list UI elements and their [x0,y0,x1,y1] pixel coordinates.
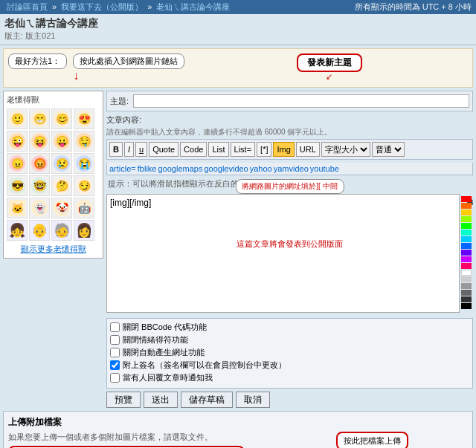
method1-label: 最好方法1： [8,53,67,69]
submit-button[interactable]: 送出 [144,392,178,408]
tag-youtube[interactable]: youtube [310,164,339,173]
disable-bbcode-checkbox[interactable] [110,322,120,332]
sticker-item[interactable]: 🤖 [74,198,94,218]
top-bar: 討論區首頁 » 我要送下去（公開版） » 老仙ㄟ講古論今講座 所有顯示的時間為 … [0,0,476,14]
paste-annotation: 將網路圖片的網址填於][ 中間 [235,179,344,194]
color-violet[interactable] [461,256,472,262]
sticker-item[interactable]: 😍 [74,108,94,129]
sticker-item[interactable]: 🤓 [29,175,50,196]
color-green[interactable] [461,223,472,229]
font-style-select[interactable]: 普通 [372,142,405,157]
color-orange[interactable] [461,203,472,209]
editor-textarea[interactable] [106,194,460,313]
subject-input[interactable] [133,94,469,108]
font-size-select[interactable]: 字型大小 [321,142,370,157]
action-buttons-row: 預覽 送出 儲存草稿 取消 [106,392,473,408]
sticker-item[interactable]: 😠 [7,153,28,174]
quote-button[interactable]: Quote [149,142,178,157]
disable-smileys-checkbox[interactable] [110,335,120,345]
tag-article[interactable]: article= [109,164,136,173]
sticker-item[interactable]: 😝 [29,131,50,152]
nav-current[interactable]: 老仙ㄟ講古論今講座 [156,2,230,11]
color-lime[interactable] [461,216,472,222]
color-charcoal[interactable] [461,296,472,302]
color-white[interactable] [461,270,472,276]
page-title: 老仙ㄟ講古論今講座 [4,17,98,30]
notify-row: 當有人回覆文章時通知我 [110,372,469,383]
tag-fblike[interactable]: fblike [138,164,157,173]
color-pink[interactable] [461,263,472,269]
sticker-item[interactable]: 😡 [29,153,50,174]
disable-auto-parse-label: 關閉自動產生網址功能 [123,347,205,358]
tag-yahoo[interactable]: yahoo [250,164,272,173]
tag-row: article= fblike googlemaps googlevideo y… [106,163,473,175]
preview-button[interactable]: 預覽 [106,392,141,408]
more-stickers-link[interactable]: 顯示更多老懷得獸 [7,244,100,255]
attach-sig-checkbox[interactable] [110,360,120,370]
disable-bbcode-label: 關閉 BBCode 代碼功能 [123,322,207,333]
sticker-item[interactable]: 🤡 [51,198,72,218]
sticker-item[interactable]: 🙂 [7,108,28,129]
list-item-button[interactable]: [*] [257,142,271,157]
color-skyblue[interactable] [461,236,472,242]
sticker-item[interactable]: 🐱 [7,198,28,218]
content-label: 文章內容: [106,114,473,126]
nav-home[interactable]: 討論區首頁 [7,2,48,11]
moderator-label: 版主: 版主021 [4,30,98,42]
sticker-item[interactable]: 🤔 [51,175,72,196]
sticker-panel-title: 老懷得獸 [7,94,100,105]
list-button[interactable]: List [208,142,228,157]
tag-googlevideo[interactable]: googlevideo [204,164,248,173]
sticker-item[interactable]: 😁 [29,108,50,129]
sticker-item[interactable]: 🧓 [51,220,72,241]
cancel-button[interactable]: 取消 [236,392,270,408]
italic-button[interactable]: I [124,142,134,157]
sticker-item[interactable]: 😏 [74,175,94,196]
sticker-item[interactable]: 😊 [51,108,72,129]
color-palette: 顯示文字色板 [461,194,473,309]
subject-label: 主題: [110,96,129,107]
sticker-item[interactable]: 😢 [51,153,72,174]
sticker-item[interactable]: 😜 [7,131,28,152]
color-lightgray[interactable] [461,276,472,282]
sticker-item[interactable]: 👩 [74,220,94,241]
editor-toolbar: B I u Quote Code List List= [*] Img URL … [106,139,473,160]
sticker-item[interactable]: 👧 [7,220,28,241]
upload-title: 上傳附加檔案 [8,416,468,429]
color-gray[interactable] [461,283,472,289]
disable-smileys-row: 關閉情緒得符功能 [110,334,469,345]
copy-paste-button[interactable]: 儲存草稿 [181,392,233,408]
disable-auto-parse-row: 關閉自動產生網址功能 [110,347,469,358]
bold-button[interactable]: B [109,142,123,157]
sticker-item[interactable]: 👴 [29,220,50,241]
tag-yamvideo[interactable]: yamvideo [274,164,309,173]
img-button[interactable]: Img [273,142,294,157]
code-button[interactable]: Code [180,142,207,157]
color-red[interactable] [461,196,472,202]
sticker-item[interactable]: 🤤 [74,131,94,152]
sticker-item[interactable]: 😎 [7,175,28,196]
sticker-item[interactable]: 😭 [74,153,94,174]
attach-sig-row: 附上簽名（簽名欄可以在會員控制台中更改） [110,360,469,371]
color-purple[interactable] [461,250,472,256]
tag-googlemaps[interactable]: googlemaps [158,164,202,173]
underline-button[interactable]: u [135,142,147,157]
color-darkgray[interactable] [461,290,472,296]
upload-hint-annotation: 按此把檔案上傳 [336,432,408,448]
timezone-info: 所有顯示的時間為 UTC + 8 小時 [355,1,472,13]
url-button[interactable]: URL [296,142,320,157]
disable-smileys-label: 關閉情緒得符功能 [123,334,188,345]
sticker-item[interactable]: 😛 [51,131,72,152]
disable-bbcode-row: 關閉 BBCode 代碼功能 [110,322,469,333]
sticker-item[interactable]: 👻 [29,198,50,218]
color-blue[interactable] [461,243,472,249]
color-black[interactable] [461,303,472,309]
method1-desc: 按此處插入到網路圖片鏈結 [73,53,184,69]
nav-forum[interactable]: 我要送下去（公開版） [61,2,143,11]
notify-checkbox[interactable] [110,373,120,383]
disable-auto-parse-checkbox[interactable] [110,348,120,357]
color-yellow[interactable] [461,210,472,215]
content-desc: 請在編輯器中貼入文章內容，連續多行不得超過 60000 個字元以上。 [106,127,473,137]
list-ordered-button[interactable]: List= [231,142,256,157]
color-teal[interactable] [461,230,472,236]
